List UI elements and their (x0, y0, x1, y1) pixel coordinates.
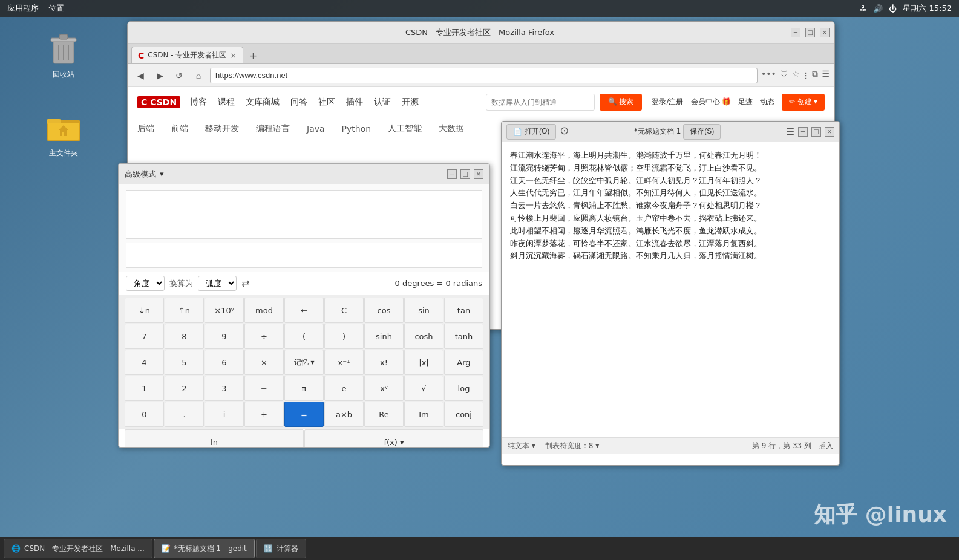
subnav-bigdata[interactable]: 大数据 (439, 123, 464, 134)
gedit-maximize-btn[interactable]: □ (811, 127, 821, 137)
library-icon[interactable]: ⫶ (803, 69, 808, 82)
calc-close-btn[interactable]: × (474, 169, 483, 179)
key-c[interactable]: C (324, 298, 364, 323)
tab-width-indicator[interactable]: 制表符宽度：8 ▾ (545, 441, 599, 451)
nav-course[interactable]: 课程 (218, 97, 235, 108)
gedit-save-btn[interactable]: 保存(S) (683, 124, 721, 140)
firefox-maximize-btn[interactable]: □ (805, 28, 815, 37)
tab-close-btn[interactable]: × (230, 51, 236, 60)
key-equals[interactable]: = (284, 402, 324, 427)
nav-qa[interactable]: 问答 (290, 97, 307, 108)
key-i[interactable]: i (205, 402, 244, 427)
key-re[interactable]: Re (364, 402, 404, 427)
key-tanh[interactable]: tanh (444, 324, 483, 349)
activity-btn[interactable]: 动态 (760, 97, 774, 107)
more-btn[interactable]: ••• (761, 69, 776, 82)
calc-title-arrow[interactable]: ▾ (160, 169, 164, 178)
back-btn[interactable]: ◀ (133, 68, 148, 83)
create-btn[interactable]: ✏ 创建 ▾ (782, 94, 825, 111)
places-menu[interactable]: 位置 (48, 3, 64, 14)
key-6[interactable]: 6 (205, 350, 244, 375)
nav-library[interactable]: 文库商城 (246, 97, 280, 108)
history-btn[interactable]: 足迹 (738, 97, 753, 107)
new-tab-btn[interactable]: + (246, 48, 261, 63)
nav-community[interactable]: 社区 (318, 97, 335, 108)
key-rparen[interactable]: ) (324, 324, 364, 349)
key-arg[interactable]: Arg (444, 350, 483, 375)
trash-icon[interactable]: 回收站 (39, 33, 88, 80)
key-ln[interactable]: ln (125, 429, 304, 448)
bookmark-icon[interactable]: ☆ (792, 69, 800, 82)
nav-certification[interactable]: 认证 (374, 97, 391, 108)
subnav-java[interactable]: Java (307, 124, 325, 134)
key-1[interactable]: 1 (125, 376, 164, 401)
key-3[interactable]: 3 (205, 376, 244, 401)
calc-maximize-btn[interactable]: □ (460, 169, 470, 179)
calc-minimize-btn[interactable]: − (447, 169, 457, 179)
taskbar-firefox[interactable]: 🌐 CSDN - 专业开发者社区 - Mozilla ... (4, 539, 152, 558)
key-conj[interactable]: conj (444, 402, 483, 427)
gedit-action-icon[interactable]: ⊙ (560, 124, 569, 140)
gedit-close-btn[interactable]: × (825, 127, 834, 137)
taskbar-calculator[interactable]: 🔢 计算器 (256, 539, 306, 558)
unit-select[interactable]: 弧度 角度 (198, 276, 237, 291)
convert-icon[interactable]: ⇄ (241, 278, 249, 289)
key-cos[interactable]: cos (364, 298, 404, 323)
key-9[interactable]: 9 (205, 324, 244, 349)
forward-btn[interactable]: ▶ (152, 68, 168, 83)
key-add[interactable]: + (244, 402, 284, 427)
key-abs[interactable]: |x| (404, 350, 443, 375)
subnav-backend[interactable]: 后端 (137, 123, 154, 134)
subnav-ai[interactable]: 人工智能 (388, 123, 422, 134)
key-pi[interactable]: π (284, 376, 324, 401)
key-div[interactable]: ÷ (244, 324, 284, 349)
key-mod[interactable]: mod (244, 298, 284, 323)
csdn-search-btn[interactable]: 🔍 搜索 (600, 94, 642, 111)
key-mul[interactable]: × (244, 350, 284, 375)
angle-mode-select[interactable]: 角度 弧度 (126, 276, 165, 291)
key-sin[interactable]: sin (404, 298, 443, 323)
gedit-open-btn[interactable]: 📄 打开(O) (506, 124, 556, 140)
menu-icon[interactable]: ☰ (822, 69, 830, 82)
gedit-hamburger-btn[interactable]: ☰ (786, 126, 794, 137)
vip-btn[interactable]: 会员中心 🎁 (691, 97, 732, 107)
nav-opensource[interactable]: 开源 (402, 97, 419, 108)
firefox-close-btn[interactable]: × (820, 28, 830, 37)
taskbar-gedit[interactable]: 📝 *无标题文档 1 - gedit (154, 539, 255, 558)
home-folder-icon[interactable]: 主文件夹 (39, 112, 88, 158)
home-btn[interactable]: ⌂ (191, 68, 206, 83)
firefox-minimize-btn[interactable]: − (791, 28, 800, 37)
key-im[interactable]: Im (404, 402, 443, 427)
key-tan[interactable]: tan (444, 298, 483, 323)
key-7[interactable]: 7 (125, 324, 164, 349)
key-xinv[interactable]: x⁻¹ (324, 350, 364, 375)
key-0[interactable]: 0 (125, 402, 164, 427)
key-dn[interactable]: ↓n (125, 298, 164, 323)
key-dot[interactable]: . (165, 402, 204, 427)
nav-blog[interactable]: 博客 (190, 97, 207, 108)
key-sinh[interactable]: sinh (364, 324, 404, 349)
key-memory[interactable]: 记忆 ▾ (284, 350, 324, 375)
key-pow[interactable]: xʸ (364, 376, 404, 401)
nav-plugin[interactable]: 插件 (346, 97, 363, 108)
key-cosh[interactable]: cosh (404, 324, 443, 349)
key-4[interactable]: 4 (125, 350, 164, 375)
subnav-lang[interactable]: 编程语言 (256, 123, 290, 134)
login-btn[interactable]: 登录/注册 (652, 97, 683, 107)
subnav-frontend[interactable]: 前端 (171, 123, 188, 134)
gedit-minimize-btn[interactable]: − (798, 127, 808, 137)
address-input[interactable] (210, 68, 758, 83)
subnav-mobile[interactable]: 移动开发 (205, 123, 239, 134)
apps-menu[interactable]: 应用程序 (7, 3, 39, 14)
gedit-text-content[interactable]: 春江潮水连海平，海上明月共潮生。滟滟随波千万里，何处春江无月明！ 江流宛转绕芳甸… (502, 142, 839, 437)
key-2[interactable]: 2 (165, 376, 204, 401)
key-exp[interactable]: ×10ʸ (205, 298, 244, 323)
key-xfact[interactable]: x! (364, 350, 404, 375)
text-format[interactable]: 纯文本 ▾ (508, 441, 535, 451)
key-log[interactable]: log (444, 376, 483, 401)
subnav-python[interactable]: Python (342, 124, 371, 134)
key-e[interactable]: e (324, 376, 364, 401)
key-axb[interactable]: a×b (324, 402, 364, 427)
key-un[interactable]: ↑n (165, 298, 204, 323)
reload-btn[interactable]: ↺ (171, 68, 187, 83)
